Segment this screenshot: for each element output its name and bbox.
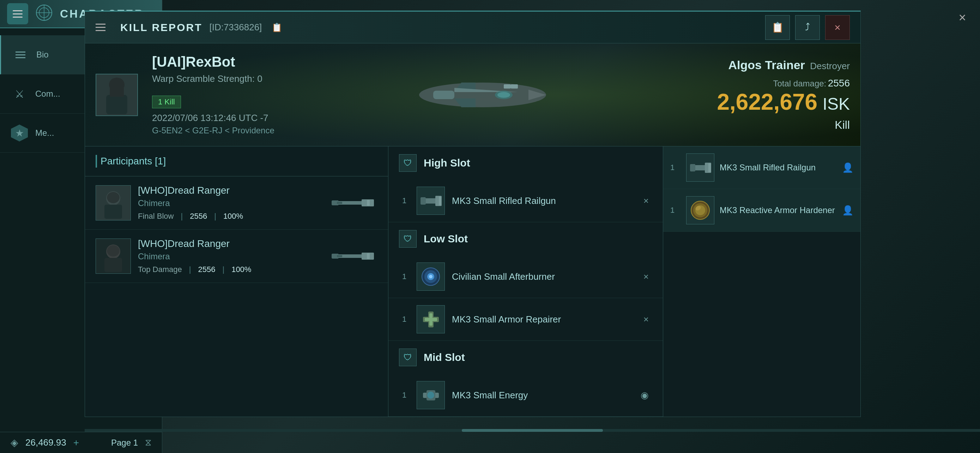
scrollbar-thumb[interactable]: [462, 429, 603, 432]
high-slot-header: 🛡 High Slot: [388, 146, 663, 180]
participant-avatar-1: [95, 185, 131, 221]
svg-rect-26: [367, 200, 370, 206]
slot-item-energy[interactable]: 1 MK3 Small Energy ◉: [388, 374, 663, 416]
svg-rect-8: [110, 86, 124, 97]
svg-rect-15: [504, 84, 511, 89]
hamburger-line-3: [13, 17, 22, 17]
slot-item-railgun[interactable]: 1 MK3 Small Rifled Railgun ×: [388, 180, 663, 222]
document-button[interactable]: 📋: [765, 15, 790, 40]
hamburger-icon: [13, 10, 22, 17]
modal-close-button[interactable]: ×: [825, 15, 850, 40]
slot-item-repairer[interactable]: 1 MK3 Small Armor Repairer ×: [388, 298, 663, 341]
mid-slot-title: Mid Slot: [424, 351, 465, 363]
participants-panel: Participants [1] [WHO]Dread Ranger Chime…: [85, 146, 388, 416]
hamburger-line-1: [13, 10, 22, 11]
kill-badge: 1 Kill: [152, 95, 181, 108]
slot-item-afterburner[interactable]: 1 Civilian Small Afterburner ×: [388, 256, 663, 298]
ship-image: [395, 60, 571, 130]
swords-icon: ⚔: [15, 88, 24, 100]
modal-menu-button[interactable]: [95, 19, 113, 37]
slot-item-name-repairer: MK3 Small Armor Repairer: [452, 313, 633, 326]
svg-rect-25: [337, 202, 342, 204]
isk-value: 2,622,676: [717, 89, 818, 114]
participant-item[interactable]: [WHO]Dread Ranger Chimera Final Blow | 2…: [85, 176, 388, 230]
fitted-item-name-2: MK3 Reactive Armor Hardener: [720, 204, 837, 216]
participant-name-1: [WHO]Dread Ranger: [138, 185, 321, 196]
combat-icon: ⚔: [11, 85, 28, 103]
export-button[interactable]: ⤴: [795, 15, 820, 40]
star-icon: ★: [15, 127, 24, 139]
menu-line-3: [95, 30, 105, 31]
participants-header: Participants [1]: [85, 146, 388, 176]
medals-icon: ★: [11, 124, 28, 142]
slot-item-close-1[interactable]: ×: [640, 192, 652, 210]
slots-area: 🛡 High Slot 1 MK3 Small Rifled: [388, 146, 861, 416]
fitted-user-icon-2: 👤: [842, 205, 853, 216]
modal-close-icon: ×: [834, 22, 841, 33]
mid-slot-icon: 🛡: [399, 348, 417, 366]
kill-location: G-5EN2 < G2E-RJ < Providence: [152, 126, 274, 135]
svg-rect-5: [106, 95, 127, 114]
kill-info-section: [UAI]RexBot Warp Scramble Strength: 0 1 …: [85, 43, 861, 146]
participant-details-1: [WHO]Dread Ranger Chimera Final Blow | 2…: [138, 185, 321, 221]
menu-line-1: [95, 24, 105, 25]
svg-rect-29: [104, 258, 122, 272]
copy-id-button[interactable]: 📋: [272, 22, 282, 32]
svg-point-20: [107, 192, 119, 203]
main-close-button[interactable]: ×: [952, 7, 973, 28]
close-icon: ×: [958, 10, 966, 25]
svg-point-42: [429, 275, 433, 278]
filter-icon[interactable]: ⧖: [145, 437, 151, 448]
participant-weapon-2: [328, 246, 377, 267]
modal-actions: 📋 ⤴ ×: [765, 15, 850, 40]
shield-icon-low: 🛡: [404, 234, 412, 244]
svg-point-28: [107, 245, 119, 256]
fitted-item-hardener[interactable]: 1 MK3 Reactive Armor Hardener 👤: [663, 189, 861, 232]
fitted-column: 1 MK3 Small Rifled Railgun 👤 1: [663, 146, 861, 416]
fitted-item-railgun[interactable]: 1 MK3 Small Rifled Railgun 👤: [663, 146, 861, 189]
horizontal-scrollbar[interactable]: [85, 429, 980, 432]
slot-item-name-afterburner: Civilian Small Afterburner: [452, 270, 633, 283]
svg-rect-33: [337, 255, 342, 257]
svg-rect-16: [511, 84, 518, 89]
add-isk-button[interactable]: +: [73, 437, 79, 448]
energy-icon: [417, 381, 445, 409]
participant-stats-1: Final Blow | 2556 | 100%: [138, 212, 321, 221]
participant-ship-2: Chimera: [138, 251, 321, 261]
modal-id: [ID:7336826]: [209, 22, 262, 33]
stat-percent-1: 100%: [223, 212, 243, 221]
modal-header: KILL REPORT [ID:7336826] 📋 📋 ⤴ ×: [85, 12, 861, 43]
participant-avatar-2: [95, 238, 131, 274]
slot-item-close-2[interactable]: ×: [640, 268, 652, 286]
kill-stats: Algos Trainer Destroyer Total damage: 25…: [691, 58, 850, 132]
fitted-item-name-1: MK3 Small Rifled Railgun: [720, 162, 837, 173]
wallet-icon[interactable]: ◈: [11, 437, 18, 448]
slot-item-close-3[interactable]: ×: [640, 310, 652, 329]
lines-icon: [16, 51, 25, 58]
mid-slot-header: 🛡 Mid Slot: [388, 341, 663, 374]
slot-item-name-railgun: MK3 Small Rifled Railgun: [452, 194, 633, 207]
accent-bar: [95, 155, 97, 168]
victim-warp-scramble: Warp Scramble Strength: 0: [152, 73, 274, 84]
participant-ship-1: Chimera: [138, 198, 321, 208]
victim-avatar: [95, 74, 138, 116]
isk-balance: 26,469.93: [25, 437, 66, 448]
sidebar-item-label-medals: Me...: [35, 128, 54, 138]
participant-name-2: [WHO]Dread Ranger: [138, 238, 321, 250]
high-slot-icon: 🛡: [399, 154, 417, 172]
fitted-hardener-icon: [686, 196, 714, 224]
slot-count-1: 1: [399, 196, 410, 205]
low-slot-title: Low Slot: [424, 233, 468, 245]
participants-title: Participants [1]: [100, 156, 166, 167]
svg-rect-52: [690, 164, 695, 172]
svg-rect-38: [439, 197, 441, 205]
slot-item-close-4[interactable]: ◉: [637, 386, 652, 404]
participant-item-2[interactable]: [WHO]Dread Ranger Chimera Top Damage | 2…: [85, 230, 388, 283]
hamburger-button[interactable]: [7, 3, 28, 24]
slot-count-4: 1: [399, 391, 410, 400]
bio-icon: [12, 46, 29, 64]
fitted-user-icon-1: 👤: [842, 162, 853, 173]
svg-rect-21: [104, 205, 122, 219]
kill-time: 2022/07/06 13:12:46 UTC -7: [152, 113, 274, 124]
stat-damage-2: 2556: [198, 265, 215, 274]
